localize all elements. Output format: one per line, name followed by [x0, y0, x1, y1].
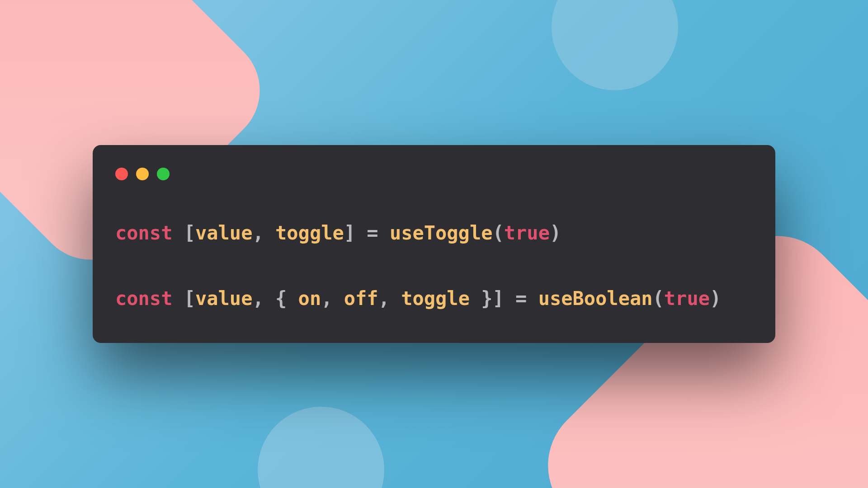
- close-icon[interactable]: [115, 168, 128, 180]
- paren-open: (: [653, 287, 664, 310]
- variable-off: off: [344, 287, 378, 310]
- paren-close: ): [550, 222, 561, 244]
- function-useBoolean: useBoolean: [538, 287, 653, 310]
- bracket-close: ]: [344, 222, 355, 244]
- keyword-const: const: [115, 287, 172, 310]
- bracket-open: [: [172, 222, 195, 244]
- code-line-1: const [value, toggle] = useToggle(true): [115, 221, 753, 246]
- maximize-icon[interactable]: [157, 168, 170, 180]
- paren-close: ): [710, 287, 721, 310]
- background-circle-bottom: [258, 407, 384, 488]
- variable-value: value: [195, 222, 252, 244]
- variable-on: on: [298, 287, 321, 310]
- variable-toggle: toggle: [401, 287, 470, 310]
- comma: ,: [378, 287, 401, 310]
- variable-toggle: toggle: [275, 222, 344, 244]
- bracket-open: [: [172, 287, 195, 310]
- variable-value: value: [195, 287, 252, 310]
- keyword-const: const: [115, 222, 172, 244]
- brace-open: {: [275, 287, 298, 310]
- code-window: const [value, toggle] = useToggle(true) …: [93, 145, 775, 343]
- brace-close: }: [470, 287, 493, 310]
- boolean-true: true: [504, 222, 550, 244]
- traffic-lights: [115, 168, 753, 180]
- comma: ,: [321, 287, 344, 310]
- paren-open: (: [492, 222, 504, 244]
- equals: =: [504, 287, 538, 310]
- minimize-icon[interactable]: [136, 168, 149, 180]
- comma: ,: [252, 222, 275, 244]
- equals: =: [355, 222, 390, 244]
- bracket-close: ]: [493, 287, 504, 310]
- function-useToggle: useToggle: [390, 222, 493, 244]
- boolean-true: true: [664, 287, 710, 310]
- comma: ,: [252, 287, 275, 310]
- background-circle-top: [552, 0, 678, 90]
- code-line-2: const [value, { on, off, toggle }] = use…: [115, 286, 753, 311]
